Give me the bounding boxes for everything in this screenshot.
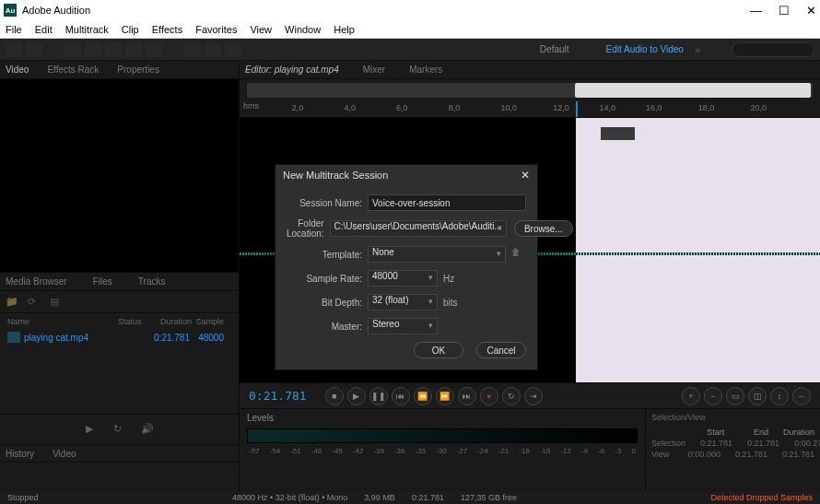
menu-effects[interactable]: Effects (152, 24, 182, 35)
workspace-edit-audio-to-video[interactable]: Edit Audio to Video (606, 44, 684, 54)
tab-mixer[interactable]: Mixer (363, 64, 385, 75)
col-name[interactable]: Name (7, 317, 118, 326)
zoom-out-button[interactable]: − (704, 387, 722, 405)
zoom-full-button[interactable]: ▭ (726, 387, 744, 405)
zoom-out-vert-button[interactable]: ↔ (792, 387, 811, 405)
view-duration[interactable]: 0:21.781 (782, 450, 814, 459)
tool-icon[interactable] (146, 42, 162, 57)
file-name: playing cat.mp4 (24, 333, 125, 343)
col-samplerate[interactable]: Sample (192, 317, 231, 326)
template-select[interactable]: None (368, 246, 506, 263)
zoom-in-vert-button[interactable]: ↕ (770, 387, 789, 405)
master-select[interactable]: Stereo (368, 318, 438, 334)
playhead-icon[interactable] (576, 101, 578, 117)
play-button[interactable]: ▶ (347, 387, 366, 405)
go-start-button[interactable]: ⏮ (392, 387, 410, 405)
lvl-tick: -27 (457, 447, 468, 455)
selview-col-end: End (739, 428, 768, 437)
selection-view-panel: Selection/View Start End Duration Select… (645, 409, 820, 491)
menu-favorites[interactable]: Favorites (195, 24, 237, 35)
cancel-button[interactable]: Cancel (476, 342, 526, 358)
tab-effects-rack[interactable]: Effects Rack (47, 64, 99, 75)
col-duration[interactable]: Duration (146, 317, 192, 326)
lvl-tick: -54 (270, 447, 281, 455)
tab-video[interactable]: Video (6, 64, 29, 75)
file-row[interactable]: playing cat.mp4 0:21.781 48000 (0, 330, 239, 345)
view-start[interactable]: 0:00.000 (688, 450, 720, 459)
tab-selection-view[interactable]: Selection/View (651, 413, 814, 422)
col-status[interactable]: Status (118, 317, 146, 326)
folder-location-select[interactable]: C:\Users\user\Documents\Adobe\Auditi... (330, 220, 507, 237)
tool-icon[interactable] (85, 42, 101, 57)
ok-button[interactable]: OK (414, 342, 463, 358)
overview-bar[interactable] (240, 79, 820, 101)
tab-history[interactable]: History (6, 449, 34, 459)
record-button[interactable]: ● (480, 387, 498, 405)
tab-markers[interactable]: Markers (409, 64, 442, 75)
menu-file[interactable]: File (6, 24, 22, 35)
new-folder-icon[interactable]: ▤ (50, 296, 63, 309)
menu-view[interactable]: View (250, 24, 272, 35)
file-samplerate: 48000 (190, 333, 231, 343)
workspace-more-icon[interactable]: » (695, 44, 700, 55)
tool-icon[interactable] (125, 42, 142, 57)
tool-icon[interactable] (184, 42, 201, 57)
timecode-display[interactable]: 0:21.781 (249, 389, 307, 403)
workspace-default[interactable]: Default (540, 44, 569, 54)
zoom-in-button[interactable]: + (682, 387, 700, 405)
menu-clip[interactable]: Clip (122, 24, 139, 35)
waveform-view-button[interactable] (6, 42, 22, 57)
tab-media-browser[interactable]: Media Browser (6, 276, 67, 287)
rewind-button[interactable]: ⏪ (414, 387, 432, 405)
tool-icon[interactable] (64, 42, 81, 57)
tab-video2[interactable]: Video (53, 449, 76, 459)
pause-button[interactable]: ❚❚ (369, 387, 388, 405)
lvl-tick: -30 (436, 447, 447, 455)
bit-depth-select[interactable]: 32 (float) (368, 294, 438, 311)
tab-tracks[interactable]: Tracks (138, 276, 166, 287)
go-end-button[interactable]: ⏭ (458, 387, 476, 405)
view-end[interactable]: 0:21.781 (735, 450, 767, 459)
level-meter (247, 428, 638, 443)
sample-rate-select[interactable]: 48000 (368, 270, 438, 287)
window-maximize-button[interactable]: ☐ (779, 4, 790, 18)
session-name-input[interactable] (368, 194, 526, 211)
dialog-titlebar[interactable]: New Multitrack Session ✕ (275, 165, 537, 185)
play-icon[interactable]: ▶ (86, 423, 99, 436)
tab-properties[interactable]: Properties (117, 64, 159, 75)
selection-end[interactable]: 0:21.781 (747, 439, 779, 448)
refresh-icon[interactable]: ⟳ (28, 296, 41, 309)
selection-marker[interactable] (601, 127, 635, 140)
tool-icon[interactable] (105, 42, 122, 57)
tab-editor-file[interactable]: Editor: playing cat.mp4 (245, 64, 339, 75)
volume-icon[interactable]: 🔊 (141, 423, 154, 436)
multitrack-view-button[interactable] (26, 42, 42, 57)
selection-start[interactable]: 0:21.781 (700, 439, 732, 448)
window-minimize-button[interactable]: — (750, 4, 762, 18)
loop-icon[interactable]: ↻ (113, 423, 126, 436)
forward-button[interactable]: ⏩ (436, 387, 454, 405)
selection-duration[interactable]: 0:00.274 (794, 439, 820, 448)
tool-icon[interactable] (225, 42, 241, 57)
delete-template-icon[interactable]: 🗑 (511, 247, 526, 262)
selview-row-view: View (651, 450, 674, 459)
menu-edit[interactable]: Edit (35, 24, 53, 35)
tool-icon[interactable] (205, 42, 221, 57)
loop-button[interactable]: ↻ (502, 387, 521, 405)
menu-window[interactable]: Window (285, 24, 321, 35)
label-master: Master: (287, 322, 362, 332)
browse-button[interactable]: Browse... (514, 220, 573, 237)
tab-files[interactable]: Files (93, 276, 112, 287)
folder-up-icon[interactable]: 📁 (6, 296, 18, 309)
time-ruler[interactable]: hms 2,0 4,0 6,0 8,0 10,0 12,0 14,0 16,0 … (240, 101, 820, 118)
status-dropped-samples[interactable]: Detected Dropped Samples (710, 493, 813, 502)
tab-levels[interactable]: Levels (247, 413, 638, 423)
skip-selection-button[interactable]: ⇥ (524, 387, 543, 405)
zoom-sel-button[interactable]: ◫ (748, 387, 767, 405)
stop-button[interactable]: ■ (325, 387, 344, 405)
window-close-button[interactable]: ✕ (806, 4, 816, 18)
menu-help[interactable]: Help (334, 24, 355, 35)
dialog-close-button[interactable]: ✕ (521, 169, 530, 182)
search-help-input[interactable] (732, 42, 814, 57)
menu-multitrack[interactable]: Multitrack (65, 24, 109, 35)
